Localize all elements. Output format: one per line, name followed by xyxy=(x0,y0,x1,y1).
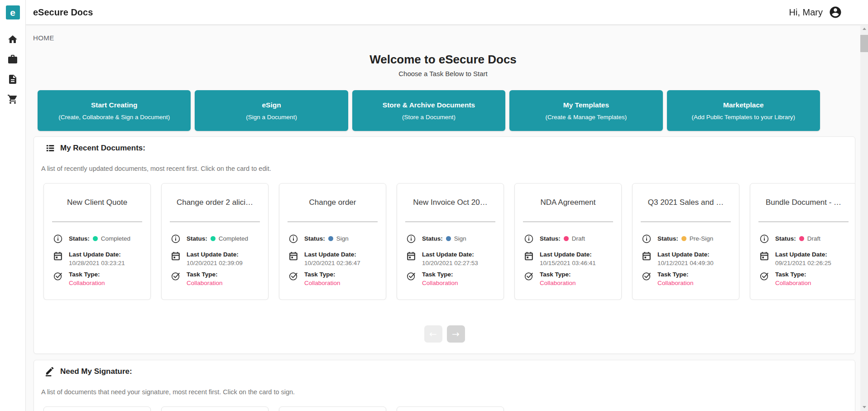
document-title: Q3 2021 Sales and … xyxy=(633,198,739,207)
cart-icon[interactable] xyxy=(7,94,18,105)
card-divider xyxy=(405,222,495,222)
card-divider xyxy=(758,222,849,222)
documents-icon[interactable] xyxy=(7,74,18,85)
main-content: HOME Welcome to eSecure Docs Choose a Ta… xyxy=(26,25,860,411)
status-value: Completed xyxy=(101,235,130,242)
need-signature-card-row xyxy=(34,406,855,411)
scroll-down-arrow[interactable] xyxy=(860,403,868,411)
task-type-label: Task Type: xyxy=(422,271,458,278)
scrollbar-thumb[interactable] xyxy=(860,35,868,52)
signature-document-card[interactable] xyxy=(279,406,386,411)
task-type-label: Task Type: xyxy=(304,271,340,278)
user-menu[interactable]: Hi, Mary xyxy=(789,5,842,19)
last-update-value: 10/12/2021 04:49:30 xyxy=(657,260,714,266)
last-update-label: Last Update Date: xyxy=(657,251,714,258)
task-type-label: Task Type: xyxy=(657,271,694,278)
document-card[interactable]: Change order 2 alici… Status: Completed xyxy=(161,183,269,300)
calendar-icon xyxy=(642,251,652,261)
store-archive-button[interactable]: Store & Archive Documents (Store a Docum… xyxy=(352,90,505,131)
calendar-icon xyxy=(759,251,769,261)
task-type-link[interactable]: Collaboration xyxy=(187,280,223,286)
card-divider xyxy=(523,222,613,222)
calendar-icon xyxy=(524,251,534,261)
carousel-prev-button[interactable]: ← xyxy=(424,325,442,343)
document-card[interactable]: Q3 2021 Sales and … Status: Pre-Sign xyxy=(632,183,739,300)
last-update-label: Last Update Date: xyxy=(422,251,478,258)
home-icon[interactable] xyxy=(7,34,18,45)
task-type-label: Task Type: xyxy=(540,271,576,278)
document-card[interactable]: Change order Status: Sign xyxy=(279,183,386,300)
calendar-icon xyxy=(406,251,416,261)
card-divider xyxy=(288,222,378,222)
info-icon xyxy=(642,234,652,244)
top-bar: eSecure Docs Hi, Mary xyxy=(26,0,868,25)
last-update-value: 10/20/2021 02:39:09 xyxy=(187,260,243,266)
carousel-next-button[interactable]: → xyxy=(447,325,465,343)
task-type-link[interactable]: Collaboration xyxy=(422,280,458,286)
document-title: New Invoice Oct 20… xyxy=(397,198,504,207)
document-card[interactable]: Bundle Document - … Status: Draft xyxy=(750,183,855,300)
task-type-link[interactable]: Collaboration xyxy=(657,280,694,286)
recent-documents-description: A list of recently updated documents, mo… xyxy=(41,165,855,172)
status-label: Status: xyxy=(69,235,90,242)
last-update-label: Last Update Date: xyxy=(187,251,243,258)
last-update-value: 09/21/2021 02:26:25 xyxy=(775,260,831,266)
app-title: eSecure Docs xyxy=(33,7,93,18)
esign-button[interactable]: eSign (Sign a Document) xyxy=(195,90,348,131)
arrow-left-icon: ← xyxy=(429,329,437,339)
status-dot xyxy=(446,236,451,241)
sidebar-nav xyxy=(0,34,25,105)
status-dot xyxy=(93,236,98,241)
info-icon xyxy=(53,234,63,244)
signature-pen-icon xyxy=(45,367,55,377)
status-dot xyxy=(799,236,804,241)
calendar-icon xyxy=(288,251,298,261)
start-creating-button[interactable]: Start Creating (Create, Collaborate & Si… xyxy=(38,90,191,131)
task-check-icon xyxy=(171,271,181,281)
account-circle-icon[interactable] xyxy=(829,5,842,19)
status-label: Status: xyxy=(775,235,796,242)
status-label: Status: xyxy=(657,235,678,242)
info-icon xyxy=(759,234,769,244)
app-logo[interactable]: e xyxy=(6,5,20,19)
need-signature-header: Need My Signature: xyxy=(34,367,855,377)
need-signature-description: A list of documents that need your signa… xyxy=(41,388,855,396)
task-type-link[interactable]: Collaboration xyxy=(304,280,340,286)
document-card[interactable]: New Client Quote Status: Completed xyxy=(43,183,151,300)
status-label: Status: xyxy=(540,235,561,242)
task-type-label: Task Type: xyxy=(69,271,105,278)
signature-document-card[interactable] xyxy=(43,406,151,411)
user-greeting: Hi, Mary xyxy=(789,7,823,18)
document-title: New Client Quote xyxy=(44,198,150,207)
status-dot xyxy=(681,236,686,241)
need-signature-section: Need My Signature: A list of documents t… xyxy=(34,360,855,411)
my-templates-button[interactable]: My Templates (Create & Manage Templates) xyxy=(509,90,662,131)
status-dot xyxy=(211,236,216,241)
info-icon xyxy=(288,234,298,244)
work-icon[interactable] xyxy=(7,54,18,65)
calendar-icon xyxy=(53,251,63,261)
status-label: Status: xyxy=(422,235,443,242)
signature-document-card[interactable] xyxy=(397,406,504,411)
recent-documents-title: My Recent Documents: xyxy=(60,144,145,153)
sidebar: e xyxy=(0,0,26,411)
vertical-scrollbar[interactable] xyxy=(860,25,868,411)
card-divider xyxy=(52,222,142,222)
task-type-link[interactable]: Collaboration xyxy=(775,280,811,286)
last-update-label: Last Update Date: xyxy=(540,251,596,258)
document-card[interactable]: NDA Agreement Status: Draft xyxy=(514,183,622,300)
calendar-icon xyxy=(171,251,181,261)
carousel-nav: ← → xyxy=(34,325,855,343)
document-card[interactable]: New Invoice Oct 20… Status: Sign xyxy=(397,183,504,300)
signature-document-card[interactable] xyxy=(161,406,269,411)
last-update-label: Last Update Date: xyxy=(304,251,360,258)
page-subtitle: Choose a Task Below to Start xyxy=(26,70,860,77)
status-value: Draft xyxy=(807,235,820,242)
task-type-link[interactable]: Collaboration xyxy=(69,280,105,286)
marketplace-button[interactable]: Marketplace (Add Public Templates to you… xyxy=(667,90,820,131)
page-title: Welcome to eSecure Docs xyxy=(26,53,860,67)
status-label: Status: xyxy=(187,235,207,242)
status-label: Status: xyxy=(304,235,325,242)
task-type-link[interactable]: Collaboration xyxy=(540,280,576,286)
scroll-up-arrow[interactable] xyxy=(860,25,868,33)
